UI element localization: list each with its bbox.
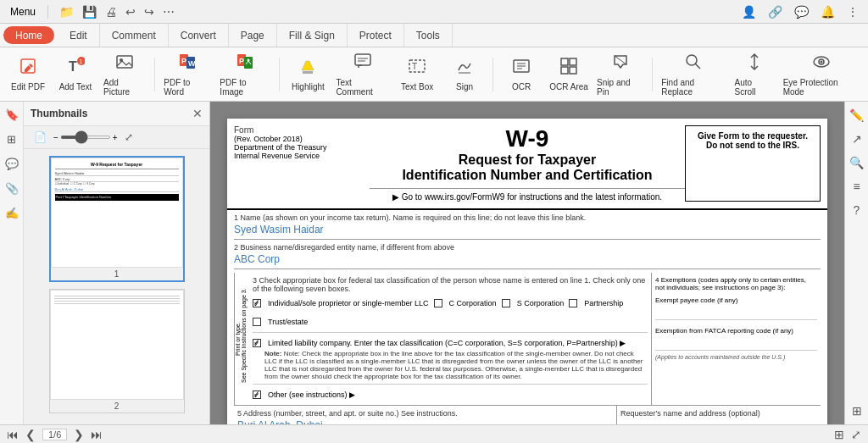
tab-fill-sign[interactable]: Fill & Sign (277, 24, 348, 47)
pdf-to-image-button[interactable]: P PDF to Image (216, 51, 274, 98)
undo-icon[interactable]: ↩ (123, 3, 138, 20)
menu-button[interactable]: Menu (7, 4, 39, 19)
thumbnail-1-label: 1 (51, 268, 183, 280)
sidebar-close-button[interactable]: ✕ (192, 107, 203, 120)
nav-last-button[interactable]: ⏭ (91, 428, 103, 441)
tab-tools[interactable]: Tools (404, 24, 453, 47)
view-grid-button[interactable]: ⊞ (834, 428, 844, 441)
nav-next-button[interactable]: ❯ (74, 428, 84, 441)
menu-icons: 📁 💾 🖨 ↩ ↪ ⋯ (57, 3, 177, 20)
eye-protection-label: Eye Protection Mode (783, 78, 860, 97)
attachment-icon[interactable]: 📎 (5, 182, 19, 195)
scorp-checkbox[interactable] (502, 299, 510, 307)
share-icon[interactable]: 🔗 (765, 3, 785, 20)
sidebar: Thumbnails ✕ 📄 − + ⤢ W-9 Request for Tax… (24, 102, 210, 424)
add-text-label: Add Text (59, 82, 92, 91)
ocr-button[interactable]: OCR (498, 51, 544, 98)
right-edit-icon[interactable]: ✏️ (849, 108, 864, 122)
zoom-in-icon[interactable]: + (113, 133, 118, 142)
ocr-area-button[interactable]: OCR Area (546, 51, 592, 98)
thumbnail-1[interactable]: W-9 Request for Taxpayer Syed Wasim Haid… (49, 156, 185, 282)
redo-icon[interactable]: ↪ (142, 3, 157, 20)
field1-value: Syed Wasim Haidar (234, 222, 821, 237)
individual-checkbox[interactable]: ✓ (253, 299, 261, 307)
pdf-viewer[interactable]: Form (Rev. October 2018) Department of t… (210, 102, 844, 424)
w9-form-info: Form (Rev. October 2018) Department of t… (234, 125, 370, 202)
nav-first-button[interactable]: ⏮ (7, 428, 19, 441)
tab-home[interactable]: Home (3, 26, 54, 44)
overflow-icon[interactable]: ⋮ (844, 3, 861, 20)
bookmark-icon[interactable]: 🔖 (5, 108, 19, 121)
right-zoom-in-icon[interactable]: 🔍 (849, 156, 864, 169)
notification-icon[interactable]: 🔔 (818, 3, 837, 20)
thumb-page-icon[interactable]: 📄 (31, 130, 50, 145)
right-help-icon[interactable]: ? (854, 203, 860, 217)
auto-scroll-button[interactable]: Auto Scroll (732, 51, 778, 98)
sign-label: Sign (456, 82, 473, 91)
add-text-button[interactable]: T1 Add Text (53, 51, 98, 98)
annotation-icon[interactable]: 💬 (5, 158, 19, 170)
highlight-button[interactable]: Highlight (285, 51, 331, 98)
checkbox-individual: ✓ Individual/sole proprietor or single-m… (253, 299, 429, 307)
pdf-to-image-label: PDF to Image (220, 78, 270, 97)
add-picture-icon (115, 53, 134, 75)
tab-page[interactable]: Page (229, 24, 277, 47)
right-share-icon[interactable]: ↗ (852, 132, 862, 146)
add-picture-button[interactable]: Add Picture (100, 51, 149, 98)
sign-button[interactable]: Sign (442, 51, 487, 98)
thumbnail-2[interactable]: 2 (49, 289, 185, 413)
snip-pin-button[interactable]: Snip and Pin (593, 51, 647, 98)
save-icon[interactable]: 💾 (80, 3, 99, 20)
svg-text:T: T (69, 59, 77, 74)
partnership-checkbox[interactable] (569, 299, 577, 307)
thumb-expand-icon[interactable]: ⤢ (121, 130, 136, 145)
menu-right: 👤 🔗 💬 🔔 ⋮ (739, 3, 861, 20)
text-box-button[interactable]: T Text Box (394, 51, 440, 98)
trust-checkbox[interactable] (253, 318, 261, 326)
more-icon[interactable]: ⋯ (160, 3, 177, 20)
text-comment-button[interactable]: Text Comment (332, 51, 392, 98)
tab-edit[interactable]: Edit (58, 24, 100, 47)
eye-protection-button[interactable]: Eye Protection Mode (780, 51, 863, 98)
llc-checkbox[interactable]: ✓ (253, 339, 261, 347)
zoom-out-icon[interactable]: − (53, 133, 58, 142)
right-grid-icon[interactable]: ⊞ (852, 404, 862, 418)
form-label: Form (234, 125, 370, 135)
main-area: 🔖 ⊞ 💬 📎 ✍ Thumbnails ✕ 📄 − + ⤢ W-9 Reque… (0, 102, 868, 424)
ccorp-checkbox[interactable] (434, 299, 442, 307)
llc-note-text: Note: Check the appropriate box in the l… (264, 350, 643, 380)
text-comment-icon (353, 53, 372, 75)
signature-icon[interactable]: ✍ (5, 207, 19, 219)
tab-convert[interactable]: Convert (169, 24, 229, 47)
field3-4-row: Print or type. See Specific Instructions… (234, 273, 821, 406)
zoom-slider[interactable] (60, 136, 111, 139)
svg-point-36 (820, 60, 822, 63)
pdf-to-word-button[interactable]: PW PDF to Word (160, 51, 214, 98)
w9-header: Form (Rev. October 2018) Department of t… (227, 119, 827, 210)
svg-rect-15 (303, 71, 313, 74)
thumbnail-icon[interactable]: ⊞ (7, 133, 16, 146)
pdf-to-word-icon: PW (178, 53, 197, 75)
view-fit-button[interactable]: ⤢ (851, 428, 861, 441)
other-checkbox[interactable]: ✓ (253, 390, 261, 399)
w9-give-form: Give Form to the requester. Do not send … (685, 125, 821, 202)
tab-protect[interactable]: Protect (348, 24, 404, 47)
rotated-text-col: Print or type. See Specific Instructions… (234, 273, 249, 405)
file-icon[interactable]: 📁 (57, 3, 76, 20)
svg-text:W: W (188, 59, 196, 68)
print-icon[interactable]: 🖨 (103, 3, 120, 20)
field5-col: 5 Address (number, street, and apt. or s… (234, 406, 617, 424)
nav-prev-button[interactable]: ❮ (25, 428, 36, 441)
field4-container: 4 Exemptions (codes apply only to certai… (651, 273, 821, 405)
user-icon[interactable]: 👤 (739, 3, 759, 20)
pdf-page: Form (Rev. October 2018) Department of t… (227, 119, 827, 424)
tab-comment[interactable]: Comment (100, 24, 169, 47)
separator (47, 5, 48, 19)
right-zoom-out-icon[interactable]: ≡ (853, 180, 860, 193)
rotate-see: See Specific Instructions on page 3. (241, 276, 247, 395)
edit-pdf-button[interactable]: Edit PDF (5, 51, 51, 98)
find-replace-button[interactable]: Find and Replace (658, 51, 729, 98)
auto-scroll-label: Auto Scroll (735, 78, 775, 97)
comment-icon[interactable]: 💬 (792, 3, 811, 20)
find-replace-icon (684, 53, 703, 75)
